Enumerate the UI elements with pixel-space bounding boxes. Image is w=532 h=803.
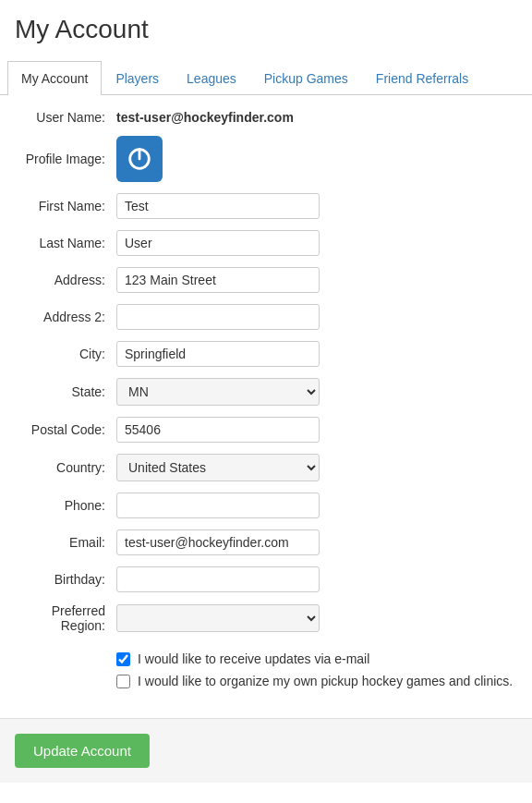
email-label: Email: <box>15 535 116 550</box>
email-row: Email: <box>15 529 517 555</box>
last-name-input[interactable] <box>116 230 320 256</box>
postal-code-label: Postal Code: <box>15 422 116 437</box>
address-input[interactable] <box>116 267 320 293</box>
postal-code-input[interactable] <box>116 417 320 443</box>
city-input[interactable] <box>116 341 320 367</box>
phone-input[interactable] <box>116 493 320 518</box>
tab-leagues[interactable]: Leagues <box>173 61 250 95</box>
profile-image-label: Profile Image: <box>15 152 116 166</box>
tab-pickup-games[interactable]: Pickup Games <box>250 61 362 95</box>
profile-image[interactable] <box>116 136 163 182</box>
organize-games-label: I would like to organize my own pickup h… <box>138 674 513 688</box>
first-name-label: First Name: <box>15 199 116 213</box>
page-header: My Account <box>0 0 532 61</box>
last-name-label: Last Name: <box>15 236 116 250</box>
city-label: City: <box>15 347 116 361</box>
tab-navigation: My Account Players Leagues Pickup Games … <box>0 61 532 95</box>
address-row: Address: <box>15 267 517 293</box>
first-name-row: First Name: <box>15 193 517 219</box>
preferred-region-label: Preferred Region: <box>15 603 116 633</box>
footer-section: Update Account <box>0 718 532 783</box>
birthday-input[interactable] <box>116 566 320 592</box>
country-label: Country: <box>15 460 116 475</box>
phone-row: Phone: <box>15 493 517 518</box>
update-account-button[interactable]: Update Account <box>15 734 150 768</box>
postal-code-row: Postal Code: <box>15 417 517 443</box>
tab-friend-referrals[interactable]: Friend Referrals <box>362 61 482 95</box>
first-name-input[interactable] <box>116 193 320 219</box>
email-updates-checkbox[interactable] <box>116 652 130 666</box>
power-icon <box>126 145 153 173</box>
checkbox-section: I would like to receive updates via e-ma… <box>0 644 532 711</box>
birthday-label: Birthday: <box>15 572 116 587</box>
state-row: State: MNALAKAZARCACOCTDEFLGAHIIDILINIAK… <box>15 378 517 406</box>
checkbox1-row: I would like to receive updates via e-ma… <box>116 651 517 666</box>
address2-label: Address 2: <box>15 310 116 324</box>
preferred-region-row: Preferred Region: <box>15 603 517 633</box>
username-label: User Name: <box>15 110 116 125</box>
profile-image-row: Profile Image: <box>15 136 517 182</box>
address2-input[interactable] <box>116 304 320 330</box>
organize-games-checkbox[interactable] <box>116 675 130 688</box>
city-row: City: <box>15 341 517 367</box>
birthday-row: Birthday: <box>15 566 517 592</box>
phone-label: Phone: <box>15 498 116 513</box>
email-input[interactable] <box>116 529 320 555</box>
state-select[interactable]: MNALAKAZARCACOCTDEFLGAHIIDILINIAKSKYLAME… <box>116 378 320 406</box>
tab-my-account[interactable]: My Account <box>7 61 102 95</box>
country-row: Country: United StatesCanadaUnited Kingd… <box>15 454 517 481</box>
preferred-region-select[interactable] <box>116 604 320 632</box>
address-label: Address: <box>15 273 116 287</box>
username-value: test-user@hockeyfinder.com <box>116 110 294 125</box>
country-select[interactable]: United StatesCanadaUnited KingdomAustral… <box>116 454 320 481</box>
last-name-row: Last Name: <box>15 230 517 256</box>
tab-players[interactable]: Players <box>102 61 173 95</box>
state-label: State: <box>15 384 116 399</box>
checkbox2-row: I would like to organize my own pickup h… <box>116 674 517 688</box>
username-row: User Name: test-user@hockeyfinder.com <box>15 110 517 125</box>
address2-row: Address 2: <box>15 304 517 330</box>
email-updates-label: I would like to receive updates via e-ma… <box>138 651 369 666</box>
account-form: User Name: test-user@hockeyfinder.com Pr… <box>0 95 532 633</box>
page-title: My Account <box>15 15 517 44</box>
